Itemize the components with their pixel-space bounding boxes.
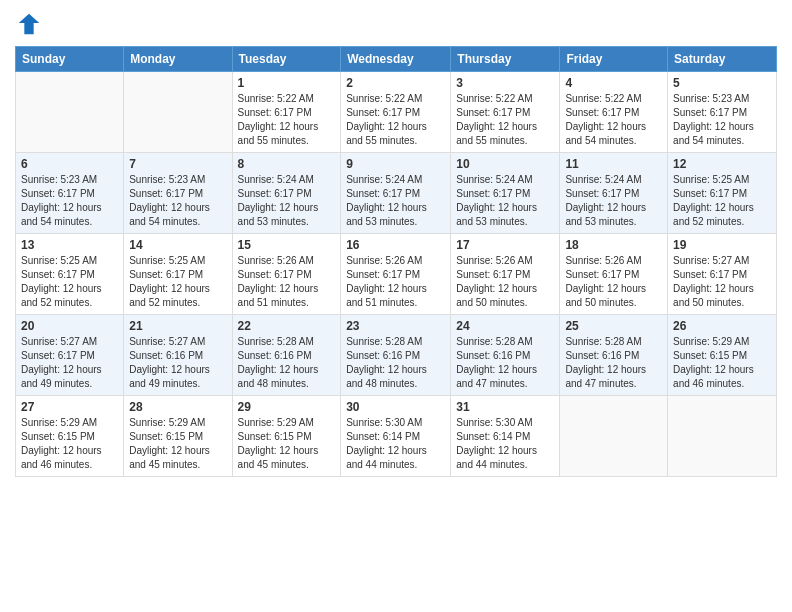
day-info: Sunrise: 5:25 AMSunset: 6:17 PMDaylight:… (21, 254, 118, 310)
day-info: Sunrise: 5:24 AMSunset: 6:17 PMDaylight:… (346, 173, 445, 229)
day-info: Sunrise: 5:28 AMSunset: 6:16 PMDaylight:… (565, 335, 662, 391)
day-number: 10 (456, 157, 554, 171)
calendar-cell: 14Sunrise: 5:25 AMSunset: 6:17 PMDayligh… (124, 234, 232, 315)
calendar-week-row: 20Sunrise: 5:27 AMSunset: 6:17 PMDayligh… (16, 315, 777, 396)
day-info: Sunrise: 5:28 AMSunset: 6:16 PMDaylight:… (238, 335, 336, 391)
calendar-cell: 29Sunrise: 5:29 AMSunset: 6:15 PMDayligh… (232, 396, 341, 477)
day-number: 21 (129, 319, 226, 333)
calendar-cell: 20Sunrise: 5:27 AMSunset: 6:17 PMDayligh… (16, 315, 124, 396)
day-number: 23 (346, 319, 445, 333)
day-info: Sunrise: 5:28 AMSunset: 6:16 PMDaylight:… (346, 335, 445, 391)
calendar-week-row: 13Sunrise: 5:25 AMSunset: 6:17 PMDayligh… (16, 234, 777, 315)
calendar-cell: 7Sunrise: 5:23 AMSunset: 6:17 PMDaylight… (124, 153, 232, 234)
calendar-cell: 10Sunrise: 5:24 AMSunset: 6:17 PMDayligh… (451, 153, 560, 234)
calendar-header-friday: Friday (560, 47, 668, 72)
calendar-cell: 19Sunrise: 5:27 AMSunset: 6:17 PMDayligh… (668, 234, 777, 315)
calendar-cell: 1Sunrise: 5:22 AMSunset: 6:17 PMDaylight… (232, 72, 341, 153)
day-info: Sunrise: 5:30 AMSunset: 6:14 PMDaylight:… (456, 416, 554, 472)
calendar-header-thursday: Thursday (451, 47, 560, 72)
calendar-cell: 27Sunrise: 5:29 AMSunset: 6:15 PMDayligh… (16, 396, 124, 477)
day-info: Sunrise: 5:29 AMSunset: 6:15 PMDaylight:… (673, 335, 771, 391)
day-number: 13 (21, 238, 118, 252)
day-info: Sunrise: 5:28 AMSunset: 6:16 PMDaylight:… (456, 335, 554, 391)
day-info: Sunrise: 5:26 AMSunset: 6:17 PMDaylight:… (238, 254, 336, 310)
day-number: 19 (673, 238, 771, 252)
calendar-week-row: 6Sunrise: 5:23 AMSunset: 6:17 PMDaylight… (16, 153, 777, 234)
calendar-cell: 21Sunrise: 5:27 AMSunset: 6:16 PMDayligh… (124, 315, 232, 396)
calendar-cell: 9Sunrise: 5:24 AMSunset: 6:17 PMDaylight… (341, 153, 451, 234)
calendar-header-tuesday: Tuesday (232, 47, 341, 72)
calendar-cell: 17Sunrise: 5:26 AMSunset: 6:17 PMDayligh… (451, 234, 560, 315)
day-number: 17 (456, 238, 554, 252)
calendar-cell: 12Sunrise: 5:25 AMSunset: 6:17 PMDayligh… (668, 153, 777, 234)
day-number: 12 (673, 157, 771, 171)
calendar-cell: 22Sunrise: 5:28 AMSunset: 6:16 PMDayligh… (232, 315, 341, 396)
day-number: 28 (129, 400, 226, 414)
day-number: 30 (346, 400, 445, 414)
calendar-cell: 23Sunrise: 5:28 AMSunset: 6:16 PMDayligh… (341, 315, 451, 396)
header (15, 10, 777, 38)
day-number: 15 (238, 238, 336, 252)
day-info: Sunrise: 5:24 AMSunset: 6:17 PMDaylight:… (238, 173, 336, 229)
calendar-cell: 30Sunrise: 5:30 AMSunset: 6:14 PMDayligh… (341, 396, 451, 477)
day-number: 18 (565, 238, 662, 252)
calendar-cell: 26Sunrise: 5:29 AMSunset: 6:15 PMDayligh… (668, 315, 777, 396)
logo-icon (15, 10, 43, 38)
calendar-cell: 18Sunrise: 5:26 AMSunset: 6:17 PMDayligh… (560, 234, 668, 315)
logo (15, 10, 47, 38)
calendar-cell: 16Sunrise: 5:26 AMSunset: 6:17 PMDayligh… (341, 234, 451, 315)
day-info: Sunrise: 5:26 AMSunset: 6:17 PMDaylight:… (456, 254, 554, 310)
day-info: Sunrise: 5:22 AMSunset: 6:17 PMDaylight:… (456, 92, 554, 148)
calendar-cell (124, 72, 232, 153)
day-number: 9 (346, 157, 445, 171)
day-info: Sunrise: 5:22 AMSunset: 6:17 PMDaylight:… (565, 92, 662, 148)
day-info: Sunrise: 5:27 AMSunset: 6:17 PMDaylight:… (673, 254, 771, 310)
day-info: Sunrise: 5:29 AMSunset: 6:15 PMDaylight:… (21, 416, 118, 472)
calendar-cell: 24Sunrise: 5:28 AMSunset: 6:16 PMDayligh… (451, 315, 560, 396)
day-number: 11 (565, 157, 662, 171)
day-info: Sunrise: 5:23 AMSunset: 6:17 PMDaylight:… (673, 92, 771, 148)
day-info: Sunrise: 5:27 AMSunset: 6:17 PMDaylight:… (21, 335, 118, 391)
calendar: SundayMondayTuesdayWednesdayThursdayFrid… (15, 46, 777, 477)
day-info: Sunrise: 5:23 AMSunset: 6:17 PMDaylight:… (129, 173, 226, 229)
calendar-week-row: 27Sunrise: 5:29 AMSunset: 6:15 PMDayligh… (16, 396, 777, 477)
calendar-cell: 11Sunrise: 5:24 AMSunset: 6:17 PMDayligh… (560, 153, 668, 234)
day-info: Sunrise: 5:26 AMSunset: 6:17 PMDaylight:… (346, 254, 445, 310)
day-info: Sunrise: 5:27 AMSunset: 6:16 PMDaylight:… (129, 335, 226, 391)
day-info: Sunrise: 5:25 AMSunset: 6:17 PMDaylight:… (129, 254, 226, 310)
day-number: 25 (565, 319, 662, 333)
calendar-header-wednesday: Wednesday (341, 47, 451, 72)
calendar-cell (560, 396, 668, 477)
calendar-cell: 6Sunrise: 5:23 AMSunset: 6:17 PMDaylight… (16, 153, 124, 234)
calendar-header-monday: Monday (124, 47, 232, 72)
day-number: 27 (21, 400, 118, 414)
calendar-cell: 31Sunrise: 5:30 AMSunset: 6:14 PMDayligh… (451, 396, 560, 477)
day-number: 14 (129, 238, 226, 252)
day-info: Sunrise: 5:24 AMSunset: 6:17 PMDaylight:… (456, 173, 554, 229)
day-number: 8 (238, 157, 336, 171)
day-info: Sunrise: 5:22 AMSunset: 6:17 PMDaylight:… (238, 92, 336, 148)
calendar-cell: 15Sunrise: 5:26 AMSunset: 6:17 PMDayligh… (232, 234, 341, 315)
day-info: Sunrise: 5:30 AMSunset: 6:14 PMDaylight:… (346, 416, 445, 472)
calendar-cell: 3Sunrise: 5:22 AMSunset: 6:17 PMDaylight… (451, 72, 560, 153)
calendar-cell: 8Sunrise: 5:24 AMSunset: 6:17 PMDaylight… (232, 153, 341, 234)
day-number: 20 (21, 319, 118, 333)
calendar-cell: 28Sunrise: 5:29 AMSunset: 6:15 PMDayligh… (124, 396, 232, 477)
calendar-cell (668, 396, 777, 477)
day-number: 7 (129, 157, 226, 171)
calendar-cell: 13Sunrise: 5:25 AMSunset: 6:17 PMDayligh… (16, 234, 124, 315)
calendar-cell: 4Sunrise: 5:22 AMSunset: 6:17 PMDaylight… (560, 72, 668, 153)
calendar-cell: 25Sunrise: 5:28 AMSunset: 6:16 PMDayligh… (560, 315, 668, 396)
day-info: Sunrise: 5:26 AMSunset: 6:17 PMDaylight:… (565, 254, 662, 310)
day-number: 22 (238, 319, 336, 333)
day-number: 1 (238, 76, 336, 90)
calendar-week-row: 1Sunrise: 5:22 AMSunset: 6:17 PMDaylight… (16, 72, 777, 153)
day-number: 16 (346, 238, 445, 252)
day-number: 31 (456, 400, 554, 414)
calendar-header-sunday: Sunday (16, 47, 124, 72)
day-number: 6 (21, 157, 118, 171)
day-info: Sunrise: 5:23 AMSunset: 6:17 PMDaylight:… (21, 173, 118, 229)
day-info: Sunrise: 5:29 AMSunset: 6:15 PMDaylight:… (129, 416, 226, 472)
day-number: 5 (673, 76, 771, 90)
svg-marker-0 (19, 14, 40, 35)
